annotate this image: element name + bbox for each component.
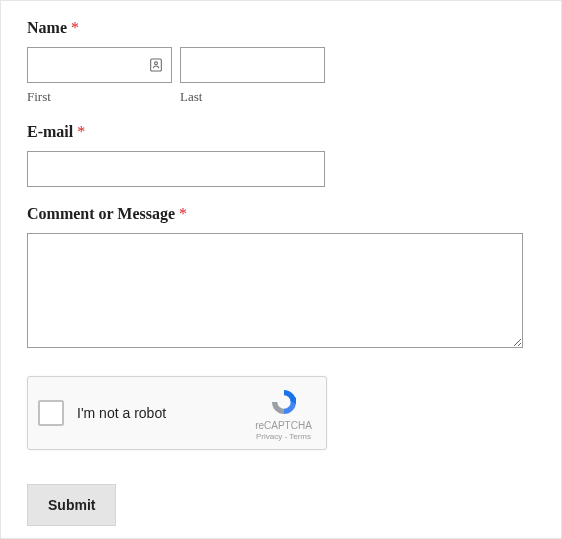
recaptcha-links: Privacy - Terms <box>256 432 311 441</box>
email-label: E-mail * <box>27 123 535 141</box>
email-label-text: E-mail <box>27 123 73 140</box>
recaptcha-privacy-link[interactable]: Privacy <box>256 432 282 441</box>
recaptcha-logo-icon <box>268 386 300 418</box>
recaptcha-branding: reCAPTCHA Privacy - Terms <box>251 386 316 441</box>
contact-form: Name * First Last <box>0 0 562 539</box>
last-name-sublabel: Last <box>180 89 325 105</box>
comment-textarea[interactable] <box>27 233 523 348</box>
name-label: Name * <box>27 19 535 37</box>
last-name-input[interactable] <box>180 47 325 83</box>
email-field-group: E-mail * <box>27 123 535 187</box>
recaptcha-terms-link[interactable]: Terms <box>289 432 311 441</box>
comment-field-group: Comment or Message * <box>27 205 535 352</box>
required-star: * <box>179 205 187 222</box>
first-name-sublabel: First <box>27 89 172 105</box>
name-field-group: Name * First Last <box>27 19 535 105</box>
first-name-col: First <box>27 47 172 105</box>
name-label-text: Name <box>27 19 67 36</box>
recaptcha-label: I'm not a robot <box>77 405 251 421</box>
recaptcha-widget: I'm not a robot reCAPTCHA Privacy - Term… <box>27 376 327 450</box>
comment-label: Comment or Message * <box>27 205 535 223</box>
required-star: * <box>77 123 85 140</box>
comment-label-text: Comment or Message <box>27 205 175 222</box>
last-name-col: Last <box>180 47 325 105</box>
submit-button[interactable]: Submit <box>27 484 116 526</box>
recaptcha-brand-text: reCAPTCHA <box>255 420 312 431</box>
first-name-input[interactable] <box>27 47 172 83</box>
name-row: First Last <box>27 47 535 105</box>
email-input[interactable] <box>27 151 325 187</box>
required-star: * <box>71 19 79 36</box>
recaptcha-checkbox[interactable] <box>38 400 64 426</box>
